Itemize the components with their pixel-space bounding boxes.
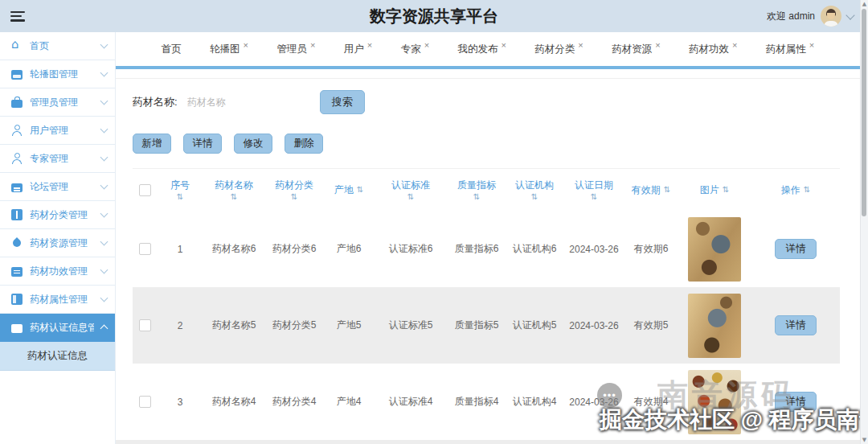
column-header-label: 药材名称 [215, 179, 253, 192]
cell-check [133, 319, 157, 331]
chevron-down-icon[interactable] [845, 10, 854, 19]
tab-close-icon[interactable]: × [244, 41, 248, 49]
sidebar-item-label: 用户管理 [30, 124, 94, 138]
row-detail-button[interactable]: 详情 [775, 392, 817, 412]
cell-origin: 产地6 [324, 242, 374, 256]
sort-icon[interactable]: ⇅ [291, 193, 297, 201]
row-checkbox[interactable] [139, 243, 151, 255]
table-row: 2药材名称5药材分类5产地5认证标准5质量指标5认证机构52024-03-26有… [133, 287, 840, 364]
sidebar-item[interactable]: 专家管理 [0, 145, 115, 173]
sidebar-item[interactable]: 首页 [0, 32, 115, 60]
tab-label: 药材功效 [689, 43, 729, 56]
search-button[interactable]: 搜索 [320, 90, 365, 114]
row-detail-button[interactable]: 详情 [775, 239, 817, 259]
sort-icon[interactable]: ⇅ [177, 193, 183, 201]
row-checkbox[interactable] [139, 396, 151, 408]
sidebar-item[interactable]: 用户管理 [0, 117, 115, 145]
image-icon [11, 70, 23, 80]
sidebar-item[interactable]: 药材分类管理 [0, 201, 115, 229]
sort-icon[interactable]: ⇅ [804, 186, 810, 194]
row-detail-button[interactable]: 详情 [775, 315, 817, 335]
hamburger-menu-icon[interactable] [10, 11, 25, 22]
page-title: 数字资源共享平台 [370, 6, 498, 27]
column-header-action: 操作⇅ [751, 183, 840, 197]
cell-origin: 产地5 [324, 319, 374, 332]
toolbar: 新增详情修改删除 [115, 134, 861, 154]
tab-close-icon[interactable]: × [310, 41, 315, 49]
cell-validity: 有效期5 [624, 319, 678, 332]
column-header-standard: 认证标准⇅ [374, 179, 448, 201]
scroll-down-icon[interactable]: ▼ [861, 437, 868, 443]
tab-close-icon[interactable]: × [655, 41, 660, 49]
tab-item[interactable]: 用户× [344, 43, 372, 56]
column-header-date: 认证日期⇅ [563, 179, 624, 201]
sidebar-item[interactable]: 药材属性管理 [0, 286, 115, 314]
cell-check [133, 396, 157, 408]
scrollbar-thumb[interactable] [862, 9, 866, 216]
sidebar-item[interactable]: 管理员管理 [0, 88, 115, 117]
tab-item[interactable]: 药材分类× [534, 43, 583, 56]
sort-icon[interactable]: ⇅ [407, 193, 414, 201]
scrollbar[interactable]: ▲ ▼ [860, 0, 868, 444]
cell-category: 药材分类5 [264, 319, 324, 332]
tab-close-icon[interactable]: × [424, 41, 429, 49]
tab-item[interactable]: 药材资源× [612, 43, 660, 56]
forum-icon [11, 183, 23, 192]
tab-close-icon[interactable]: × [501, 41, 506, 49]
sort-icon[interactable]: ⇅ [531, 193, 538, 201]
row-checkbox[interactable] [139, 319, 151, 331]
sort-icon[interactable]: ⇅ [723, 186, 729, 194]
cell-check [133, 243, 157, 255]
cell-date: 2024-03-26 [563, 320, 624, 331]
sidebar-item[interactable]: 轮播图管理 [0, 60, 115, 88]
cell-name: 药材名称4 [203, 395, 264, 409]
sort-icon[interactable]: ⇅ [591, 193, 597, 201]
column-header-label: 有效期 [632, 183, 661, 197]
person-icon [11, 153, 23, 164]
sort-icon[interactable]: ⇅ [664, 186, 670, 194]
column-header-quality: 质量指标⇅ [448, 179, 506, 201]
cell-quality: 质量指标6 [448, 242, 506, 256]
cell-index: 1 [157, 244, 203, 255]
sort-icon[interactable]: ⇅ [473, 193, 480, 201]
edit-button[interactable]: 修改 [234, 134, 272, 154]
header-checkbox[interactable] [139, 184, 151, 196]
sidebar-item[interactable]: 论坛管理 [0, 173, 115, 201]
sidebar-item[interactable]: 药材功效管理 [0, 257, 115, 286]
chevron-down-icon [100, 182, 108, 190]
detail-button[interactable]: 详情 [183, 134, 222, 154]
tab-item[interactable]: 药材功效× [689, 43, 737, 56]
tab-close-icon[interactable]: × [809, 41, 814, 49]
sidebar-subitem[interactable]: 药材认证信息 [0, 342, 115, 371]
next-row-strip [115, 440, 861, 444]
column-header-label: 认证标准 [391, 179, 430, 192]
tab-item[interactable]: 首页 [162, 43, 182, 56]
search-input[interactable] [186, 91, 297, 113]
tab-label: 药材资源 [612, 43, 652, 56]
sidebar-item[interactable]: 药材资源管理 [0, 229, 115, 257]
sidebar-item[interactable]: 药材认证信息管理 [0, 314, 115, 342]
herb-photo [688, 217, 741, 282]
sort-icon[interactable]: ⇅ [231, 193, 237, 201]
column-header-validity: 有效期⇅ [624, 183, 678, 197]
sidebar-subitem-label: 药材认证信息 [27, 349, 88, 363]
sidebar-item-label: 轮播图管理 [30, 68, 94, 81]
tab-item[interactable]: 专家× [401, 43, 429, 56]
add-button[interactable]: 新增 [133, 134, 171, 154]
tab-close-icon[interactable]: × [732, 41, 737, 49]
scroll-up-icon[interactable]: ▲ [861, 1, 868, 7]
sort-icon[interactable]: ⇅ [357, 186, 363, 194]
avatar[interactable] [821, 6, 841, 27]
tab-item[interactable]: 我的发布× [457, 43, 506, 56]
tab-label: 轮播图 [210, 43, 240, 56]
tab-close-icon[interactable]: × [367, 41, 372, 49]
delete-button[interactable]: 删除 [285, 134, 323, 154]
cell-quality: 质量指标4 [448, 395, 506, 409]
tab-close-icon[interactable]: × [578, 41, 583, 49]
tab-item[interactable]: 药材属性× [766, 43, 814, 56]
column-header-label: 认证机构 [515, 179, 554, 192]
table-row: 1药材名称6药材分类6产地6认证标准6质量指标6认证机构62024-03-26有… [133, 211, 840, 287]
cell-index: 3 [157, 397, 203, 408]
tab-item[interactable]: 轮播图× [210, 43, 248, 56]
tab-item[interactable]: 管理员× [276, 43, 315, 56]
